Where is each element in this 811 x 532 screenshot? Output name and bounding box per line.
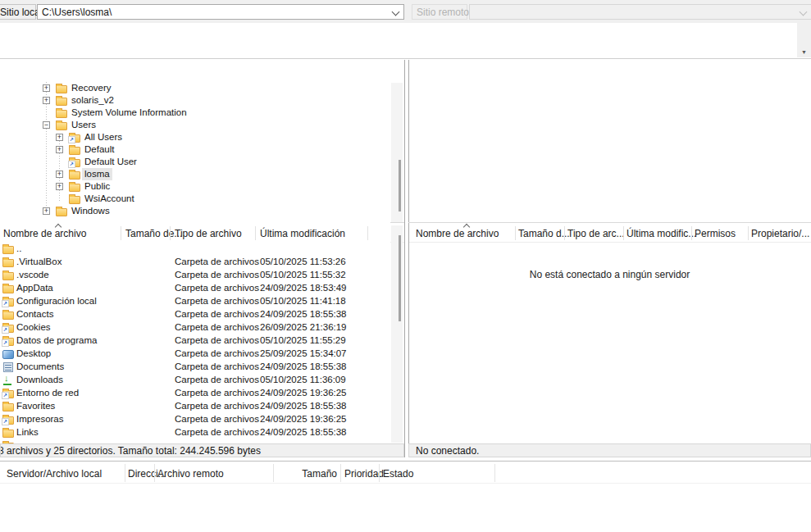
tree-item[interactable]: Default User [0,156,390,168]
local-list-scrollbar-thumb[interactable] [399,235,401,321]
file-modified: 05/10/2025 11:55:32 [260,269,346,280]
column-header[interactable]: Tamaño de... [125,228,182,239]
remote-site-combobox [469,4,811,20]
file-row[interactable]: ImpresorasCarpeta de archivos24/09/2025 … [0,412,390,425]
column-divider[interactable] [564,226,565,240]
remote-status-bar: No conectado. [408,443,811,457]
remote-site-label: Sitio remoto: [412,4,467,20]
local-site-label: Sitio local: [0,4,36,20]
column-header[interactable]: Tipo de arc... [567,228,625,239]
tree-expander-plus-icon[interactable]: + [43,97,50,104]
column-header[interactable]: Nombre de archivo [416,228,499,239]
column-divider[interactable] [623,226,624,240]
column-divider[interactable] [379,464,380,482]
pane-splitter[interactable] [408,60,409,457]
column-header[interactable]: Nombre de archivo [3,228,86,239]
column-divider[interactable] [121,226,121,240]
file-type: Carpeta de archivos [175,400,259,412]
file-row[interactable]: AppDataCarpeta de archivos24/09/2025 18:… [0,281,390,294]
tree-item[interactable]: −Users [0,119,390,131]
folder-icon [56,208,67,216]
column-divider[interactable] [273,464,274,482]
tree-item[interactable]: +All Users [0,131,390,143]
column-divider[interactable] [494,464,495,482]
file-type: Carpeta de archivos [175,374,259,385]
local-site-path: C:\Users\losma\ [42,7,112,18]
file-row[interactable]: ContactsCarpeta de archivos24/09/2025 18… [0,307,390,321]
folder-icon [56,122,67,130]
file-row[interactable]: DesktopCarpeta de archivos25/09/2025 15:… [0,347,390,360]
file-name: .. [16,243,21,254]
file-type: Carpeta de archivos [175,361,259,372]
column-header[interactable]: Última modific... [626,228,696,239]
column-divider[interactable] [125,464,125,482]
local-site-combobox[interactable]: C:\Users\losma\ [37,4,404,20]
scroll-down-icon[interactable]: ▼ [797,46,811,57]
column-divider[interactable] [340,464,341,482]
tree-item[interactable]: +Windows [0,205,390,217]
tree-expander-plus-icon[interactable]: + [56,183,63,190]
column-header[interactable]: Servidor/Archivo local [7,468,102,480]
tree-expander-minus-icon[interactable]: − [43,121,50,129]
file-type: Carpeta de archivos [175,295,259,307]
file-row[interactable]: LinksCarpeta de archivos24/09/2025 18:55… [0,425,390,439]
file-row[interactable]: DownloadsCarpeta de archivos05/10/2025 1… [0,373,390,386]
file-row[interactable]: Datos de programaCarpeta de archivos05/1… [0,334,390,347]
tree-expander-plus-icon[interactable]: + [56,134,63,141]
tree-expander-plus-icon[interactable]: + [56,146,63,153]
column-divider[interactable] [255,226,256,240]
tree-list-splitter[interactable] [408,222,811,223]
tree-item-label: Users [69,119,98,131]
column-header[interactable]: Tamaño [276,468,337,480]
column-header[interactable]: Tipo de archivo [175,228,242,239]
column-header[interactable]: Tamaño d... [518,228,570,239]
column-header[interactable]: Propietario/... [751,228,809,239]
chevron-down-icon[interactable] [392,8,400,16]
folder-icon [69,171,80,180]
tree-item[interactable]: +Public [0,180,390,193]
tree-item-label: Public [82,180,112,193]
column-divider[interactable] [691,226,692,240]
pane-splitter[interactable] [404,60,405,457]
tree-item[interactable]: WsiAccount [0,193,390,205]
file-row[interactable]: .. [0,242,390,255]
tree-item[interactable]: +Recovery [0,82,390,94]
local-directory-tree[interactable]: +Recovery+solaris_v2System Volume Inform… [0,82,390,223]
folder-icon [69,196,80,204]
column-header[interactable]: Permisos [695,228,736,239]
tree-item[interactable]: +Default [0,143,390,156]
column-header[interactable]: Prioridad [344,468,384,480]
file-row[interactable]: Entorno de redCarpeta de archivos24/09/2… [0,386,390,399]
tree-item-label: Windows [69,205,112,217]
file-row[interactable]: .vscodeCarpeta de archivos05/10/2025 11:… [0,268,390,281]
downloads-icon [2,375,12,385]
folder-icon [56,98,67,106]
column-divider[interactable] [748,226,749,240]
local-status-text: 8 archivos y 25 directorios. Tamaño tota… [0,445,261,457]
tree-item[interactable]: System Volume Information [0,107,390,119]
file-row[interactable]: DocumentsCarpeta de archivos24/09/2025 1… [0,360,390,373]
tree-expander-plus-icon[interactable]: + [43,207,50,215]
file-modified: 24/09/2025 18:55:38 [260,400,347,412]
file-row[interactable]: FavoritesCarpeta de archivos24/09/2025 1… [0,399,390,412]
column-header[interactable]: Archivo remoto [157,468,224,480]
column-divider[interactable] [170,226,171,240]
column-divider[interactable] [154,464,155,482]
local-file-list[interactable]: ...VirtualBoxCarpeta de archivos05/10/20… [0,242,390,443]
file-row[interactable]: .VirtualBoxCarpeta de archivos05/10/2025… [0,255,390,268]
tree-item-label: losma [82,168,112,180]
tree-item-label: solaris_v2 [69,94,116,107]
file-row[interactable]: CookiesCarpeta de archivos26/09/2025 21:… [0,321,390,334]
tree-item[interactable]: +losma [0,168,390,180]
column-divider[interactable] [515,226,516,240]
file-row[interactable]: Configuración localCarpeta de archivos05… [0,294,390,307]
tree-expander-plus-icon[interactable]: + [43,84,50,92]
tree-item[interactable]: +solaris_v2 [0,94,390,107]
tree-expander-plus-icon[interactable]: + [56,171,63,178]
tree-scrollbar-thumb[interactable] [399,160,401,211]
column-divider[interactable] [367,226,368,240]
file-type: Carpeta de archivos [175,308,259,320]
column-header[interactable]: Estado [383,468,413,480]
column-header[interactable]: Última modificación [260,228,345,239]
file-type: Carpeta de archivos [175,282,259,293]
